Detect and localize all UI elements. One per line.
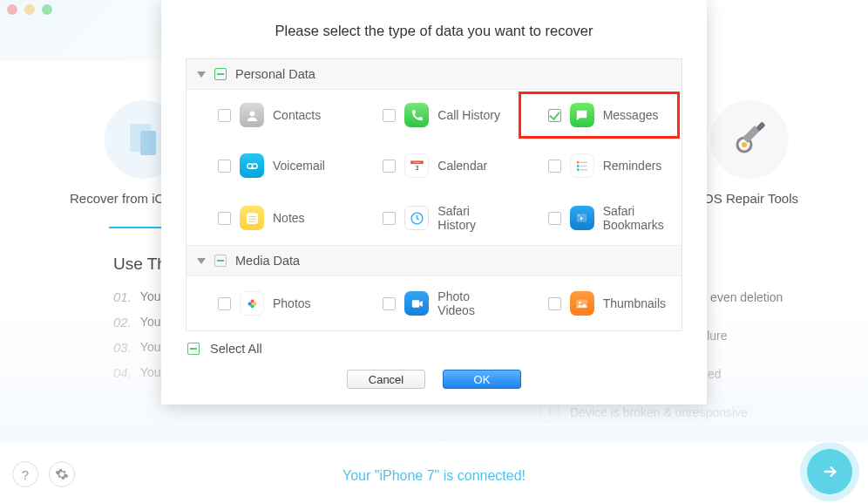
modal-title: Please select the type of data you want …	[161, 0, 707, 58]
pvideo-icon	[404, 291, 429, 316]
item-checkbox[interactable]	[218, 160, 231, 173]
svg-point-23	[578, 214, 579, 215]
safb-icon	[570, 206, 594, 230]
svg-point-11	[577, 160, 580, 163]
data-item-reminders[interactable]: Reminders	[517, 140, 682, 191]
svg-point-3	[742, 142, 747, 147]
thumb-icon	[570, 291, 594, 316]
item-checkbox[interactable]	[548, 212, 561, 225]
svg-point-6	[247, 163, 252, 168]
data-item-messages[interactable]: Messages	[517, 90, 682, 140]
svg-rect-16	[580, 169, 587, 170]
item-checkbox[interactable]	[383, 297, 396, 310]
item-label: Notes	[273, 211, 305, 225]
item-checkbox[interactable]	[383, 109, 396, 122]
svg-rect-28	[412, 300, 420, 308]
help-button[interactable]: ?	[12, 461, 38, 487]
chevron-down-icon	[197, 258, 206, 264]
category-grid-media: PhotosPhoto VideosThumbnails	[186, 276, 682, 330]
svg-point-7	[252, 163, 257, 168]
select-all-checkbox[interactable]	[187, 343, 200, 355]
category-grid-personal: ContactsCall HistoryMessagesVoicemailSun…	[186, 90, 682, 245]
data-item-calendar[interactable]: Sunday3Calendar	[351, 140, 516, 191]
ok-button[interactable]: OK	[443, 370, 521, 389]
svg-point-27	[248, 302, 251, 305]
data-item-notes[interactable]: Notes	[186, 191, 351, 245]
cal-icon: Sunday3	[404, 153, 429, 178]
mode-label-right: iOS Repair Tools	[701, 191, 798, 206]
msg-icon	[570, 103, 594, 127]
svg-rect-1	[140, 131, 156, 155]
category-checkbox[interactable]	[214, 255, 227, 267]
mode-repair-tools[interactable]: iOS Repair Tools	[701, 100, 798, 206]
item-checkbox[interactable]	[383, 160, 396, 173]
category-label: Media Data	[235, 254, 300, 268]
svg-point-13	[577, 165, 580, 167]
item-checkbox[interactable]	[218, 297, 231, 310]
svg-text:3: 3	[415, 164, 418, 172]
rem-icon	[570, 153, 594, 178]
tools-icon	[710, 100, 789, 179]
notes-icon	[240, 206, 264, 230]
item-label: Safari Bookmarks	[603, 204, 671, 232]
category-header-media[interactable]: Media Data	[186, 245, 682, 276]
category-label: Personal Data	[235, 67, 315, 81]
item-label: Thumbnails	[603, 296, 666, 310]
cancel-button[interactable]: Cancel	[347, 370, 425, 389]
settings-button[interactable]	[49, 461, 75, 487]
item-checkbox[interactable]	[548, 109, 561, 122]
data-item-thumbs[interactable]: Thumbnails	[517, 276, 682, 330]
item-label: Calendar	[437, 159, 487, 173]
chevron-down-icon	[197, 71, 206, 78]
modal-button-row: Cancel OK	[161, 359, 707, 389]
item-checkbox[interactable]	[548, 297, 561, 310]
category-checkbox[interactable]	[214, 68, 227, 80]
photos-icon	[240, 291, 264, 316]
data-item-pvideos[interactable]: Photo Videos	[351, 276, 516, 330]
item-label: Safari History	[437, 204, 505, 232]
item-label: Reminders	[603, 159, 662, 173]
item-label: Photo Videos	[437, 289, 505, 317]
safh-icon	[404, 206, 429, 230]
svg-point-15	[577, 168, 580, 171]
item-label: Contacts	[273, 108, 321, 122]
data-item-safbook[interactable]: Safari Bookmarks	[517, 191, 682, 245]
item-label: Call History	[437, 108, 500, 122]
contacts-icon	[240, 103, 264, 127]
item-checkbox[interactable]	[218, 109, 231, 122]
svg-point-5	[249, 111, 254, 116]
category-panel: Personal Data ContactsCall HistoryMessag…	[186, 58, 682, 331]
select-all-row[interactable]: Select All	[161, 331, 707, 359]
select-all-label: Select All	[210, 342, 262, 356]
svg-rect-14	[580, 165, 587, 166]
item-checkbox[interactable]	[383, 212, 396, 225]
category-header-personal[interactable]: Personal Data	[186, 59, 682, 90]
connection-status: Your "iPhone 7" is connected!	[0, 468, 868, 484]
item-checkbox[interactable]	[548, 160, 561, 173]
item-label: Photos	[273, 296, 311, 310]
svg-rect-17	[247, 213, 258, 224]
svg-rect-12	[580, 161, 587, 162]
data-type-modal: Please select the type of data you want …	[161, 0, 707, 404]
svg-point-30	[579, 301, 581, 303]
item-label: Messages	[603, 108, 659, 122]
item-checkbox[interactable]	[218, 212, 231, 225]
call-icon	[404, 103, 429, 127]
arrow-right-icon	[820, 462, 839, 481]
data-item-voicemail[interactable]: Voicemail	[186, 140, 351, 191]
data-item-photos[interactable]: Photos	[186, 276, 351, 330]
vm-icon	[240, 153, 264, 178]
next-button[interactable]	[807, 449, 852, 494]
data-item-contacts[interactable]: Contacts	[186, 90, 351, 140]
data-item-safhist[interactable]: Safari History	[351, 191, 516, 245]
data-item-callhist[interactable]: Call History	[351, 90, 516, 140]
gear-icon	[55, 467, 69, 481]
item-label: Voicemail	[273, 159, 325, 173]
